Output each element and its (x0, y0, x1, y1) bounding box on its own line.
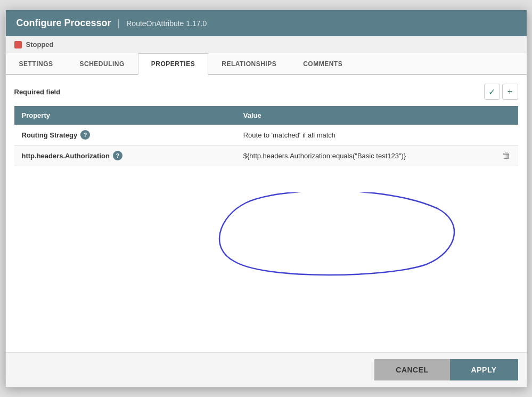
cancel-button[interactable]: CANCEL (374, 359, 449, 380)
tab-properties[interactable]: PROPERTIES (138, 53, 208, 75)
tab-comments[interactable]: COMMENTS (290, 53, 356, 74)
column-value: Value (236, 106, 518, 125)
dialog-footer: CANCEL APPLY (6, 352, 527, 387)
add-property-button[interactable]: + (502, 84, 518, 100)
tab-relationships[interactable]: RELATIONSHIPS (208, 53, 290, 74)
auth-property-value: ${http.headers.Authorization:equals("Bas… (243, 152, 406, 160)
dialog-title: Configure Processor (17, 18, 111, 29)
tabs-container: SETTINGS SCHEDULING PROPERTIES RELATIONS… (6, 53, 527, 75)
icon-buttons: ✓ + (484, 84, 518, 100)
required-field-row: Required field ✓ + (14, 84, 518, 100)
check-button[interactable]: ✓ (484, 84, 500, 100)
auth-property-help-icon[interactable]: ? (113, 151, 122, 160)
dialog-header: Configure Processor | RouteOnAttribute 1… (6, 10, 527, 36)
status-dot (14, 41, 22, 48)
status-label: Stopped (26, 40, 54, 48)
column-property: Property (14, 106, 236, 125)
circle-annotation (214, 192, 469, 278)
tab-settings[interactable]: SETTINGS (6, 53, 67, 74)
table-row: Routing Strategy ? Route to 'matched' if… (14, 125, 518, 145)
routing-strategy-label: Routing Strategy (22, 131, 78, 139)
table-header-row: Property Value (14, 106, 518, 125)
auth-property-name-cell: http.headers.Authorization ? (22, 151, 228, 160)
properties-table: Property Value Routing Strategy ? Route … (14, 106, 518, 166)
auth-property-label: http.headers.Authorization (22, 152, 110, 160)
configure-processor-dialog: Configure Processor | RouteOnAttribute 1… (5, 10, 527, 387)
table-row: http.headers.Authorization ? ${http.head… (14, 145, 518, 166)
delete-auth-property-button[interactable]: 🗑 (502, 151, 511, 160)
status-bar: Stopped (6, 36, 527, 53)
dialog-subtitle: RouteOnAttribute 1.17.0 (126, 19, 207, 28)
header-divider: | (118, 18, 120, 29)
property-name-cell: Routing Strategy ? (22, 130, 228, 140)
auth-value-cell: ${http.headers.Authorization:equals("Bas… (243, 151, 511, 160)
routing-strategy-value: Route to 'matched' if all match (243, 131, 335, 139)
routing-strategy-help-icon[interactable]: ? (80, 130, 90, 140)
apply-button[interactable]: APPLY (450, 359, 518, 380)
content-area: Required field ✓ + Property Value Routi (6, 75, 527, 352)
tab-scheduling[interactable]: SCHEDULING (67, 53, 138, 74)
required-field-label: Required field (14, 88, 61, 96)
